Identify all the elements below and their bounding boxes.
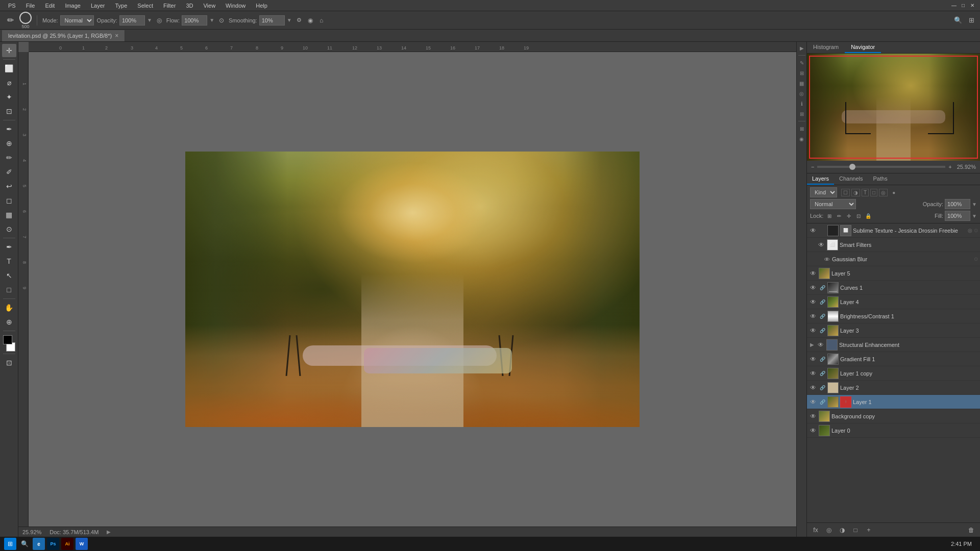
lock-brush[interactable]: ✏: [835, 212, 843, 220]
zoom-minus[interactable]: −: [811, 164, 814, 170]
opacity-input[interactable]: [119, 15, 145, 26]
flow-arrow[interactable]: ▼: [209, 17, 214, 23]
visibility-toggle[interactable]: 👁: [809, 312, 817, 320]
filter-type-icon[interactable]: T: [862, 189, 869, 196]
settings-icon[interactable]: ⚙: [295, 16, 303, 24]
channels-tab[interactable]: Channels: [834, 173, 868, 185]
fill-dropdown[interactable]: ▼: [972, 213, 977, 219]
menu-filter[interactable]: Filter: [159, 2, 180, 10]
filter-icon[interactable]: ▦: [798, 79, 806, 87]
brush-tool-icon[interactable]: ✏: [4, 14, 16, 27]
arrange-icon[interactable]: ⊞: [967, 16, 976, 25]
shape-tool[interactable]: □: [2, 283, 16, 296]
list-item[interactable]: Gaussian Blur ⊙: [807, 252, 980, 266]
flow-icon[interactable]: ⊙: [217, 16, 226, 24]
list-item[interactable]: 👁 Layer 0: [807, 423, 980, 438]
maximize-button[interactable]: □: [960, 2, 967, 9]
new-layer-button[interactable]: +: [864, 525, 873, 535]
visibility-toggle[interactable]: 👁: [809, 412, 817, 420]
mode-select[interactable]: Normal: [60, 15, 94, 26]
status-arrow[interactable]: ▶: [107, 529, 111, 535]
new-group-button[interactable]: □: [851, 525, 860, 535]
opacity-input[interactable]: [945, 199, 970, 209]
visibility-toggle[interactable]: 👁: [809, 227, 817, 235]
filter-toggle[interactable]: ●: [892, 190, 895, 195]
menu-type[interactable]: Type: [111, 2, 132, 10]
visibility-toggle[interactable]: 👁: [809, 284, 817, 292]
history-brush[interactable]: ↩: [2, 180, 16, 193]
list-item[interactable]: ▶ 👁 Structural Enhancement: [807, 338, 980, 352]
search-icon[interactable]: 🔍: [953, 16, 963, 25]
lock-move[interactable]: ✛: [845, 212, 853, 220]
taskbar-word-icon[interactable]: W: [76, 538, 88, 550]
fill-input[interactable]: [945, 211, 970, 221]
grid-icon[interactable]: ⊞: [798, 110, 806, 118]
visibility-toggle[interactable]: 👁: [817, 241, 825, 249]
list-item[interactable]: 👁 ⬜ Sublime Texture - Jessica Drossin Fr…: [807, 223, 980, 238]
visibility-toggle[interactable]: 👁: [809, 398, 817, 406]
visibility-toggle[interactable]: 👁: [809, 298, 817, 306]
info-icon[interactable]: ℹ: [798, 99, 806, 108]
path-selection[interactable]: ↖: [2, 269, 16, 282]
lasso-tool[interactable]: ⌀: [2, 76, 16, 89]
smoothing-input[interactable]: [259, 15, 285, 26]
gradient-tool[interactable]: ▦: [2, 208, 16, 221]
opacity-arrow[interactable]: ▼: [147, 17, 152, 23]
start-button[interactable]: ⊞: [4, 538, 16, 550]
flow-input[interactable]: [182, 15, 207, 26]
visibility-toggle[interactable]: 👁: [817, 341, 825, 349]
visibility-toggle[interactable]: 👁: [809, 427, 817, 435]
filter-shape-icon[interactable]: □: [870, 189, 877, 196]
menu-window[interactable]: Window: [222, 2, 250, 10]
crop-tool[interactable]: ⊡: [2, 105, 16, 118]
smoothing-arrow[interactable]: ▼: [287, 17, 292, 23]
delete-layer-button[interactable]: 🗑: [967, 525, 976, 535]
list-item[interactable]: 👁 Layer 5: [807, 266, 980, 281]
list-item[interactable]: 👁 🔗 Layer 4: [807, 295, 980, 309]
opacity-dropdown[interactable]: ▼: [972, 202, 977, 207]
lock-all[interactable]: 🔒: [864, 212, 872, 220]
histogram-tab[interactable]: Histogram: [807, 42, 845, 53]
taskbar-ai-icon[interactable]: Ai: [61, 538, 74, 550]
new-fill-button[interactable]: ◑: [838, 525, 847, 535]
taskbar-ps-icon[interactable]: Ps: [47, 538, 59, 550]
brush-tool[interactable]: ✏: [2, 151, 16, 164]
visibility-toggle[interactable]: 👁: [809, 369, 817, 378]
document-tab[interactable]: levitation.psd @ 25.9% (Layer 1, RGB/8*)…: [2, 30, 125, 41]
menu-layer[interactable]: Layer: [87, 2, 109, 10]
filter-pixel-icon[interactable]: ☐: [841, 189, 850, 196]
play-icon[interactable]: ▶: [798, 44, 806, 52]
marquee-tool[interactable]: ⬜: [2, 62, 16, 75]
type-tool[interactable]: T: [2, 255, 16, 268]
menu-help[interactable]: Help: [252, 2, 272, 10]
adjust-icon[interactable]: ⊞: [798, 69, 806, 77]
close-panel-icon[interactable]: ⊠: [798, 124, 806, 133]
healing-tool[interactable]: ⊕: [2, 137, 16, 150]
menu-image[interactable]: Image: [61, 2, 85, 10]
menu-ps[interactable]: PS: [4, 2, 20, 10]
add-mask-button[interactable]: ◎: [824, 525, 834, 535]
list-item[interactable]: 👁 🔗 ! Layer 1: [807, 395, 980, 409]
canvas-area[interactable]: 0 1 2 3 4 5 6 7 8 9 10 11 12 13 14 15 16…: [18, 42, 796, 537]
list-item[interactable]: 👁 🔗 Layer 3: [807, 323, 980, 338]
pressure-icon[interactable]: ◉: [306, 16, 314, 24]
eraser-tool[interactable]: ◻: [2, 194, 16, 207]
toggle-icon[interactable]: ◉: [798, 135, 806, 143]
menu-3d[interactable]: 3D: [182, 2, 197, 10]
lock-artboard[interactable]: ⊡: [854, 212, 863, 220]
group-expand-icon[interactable]: ▶: [809, 342, 815, 348]
paths-tab[interactable]: Paths: [868, 173, 893, 185]
quick-mask-btn[interactable]: ⊡: [2, 356, 16, 369]
visibility-toggle[interactable]: 👁: [809, 269, 817, 278]
menu-edit[interactable]: Edit: [41, 2, 59, 10]
menu-select[interactable]: Select: [133, 2, 157, 10]
lock-checkerboard[interactable]: ⊞: [825, 212, 834, 220]
list-item[interactable]: 👁 🔗 Curves 1: [807, 281, 980, 295]
list-item[interactable]: 👁 Background copy: [807, 409, 980, 423]
layer-kind-select[interactable]: Kind: [810, 187, 837, 197]
tab-close-button[interactable]: ×: [115, 32, 118, 39]
zoom-slider[interactable]: [817, 166, 945, 168]
zoom-tool[interactable]: ⊕: [2, 315, 16, 329]
zoom-plus[interactable]: +: [948, 164, 951, 170]
clone-tool[interactable]: ✐: [2, 165, 16, 179]
